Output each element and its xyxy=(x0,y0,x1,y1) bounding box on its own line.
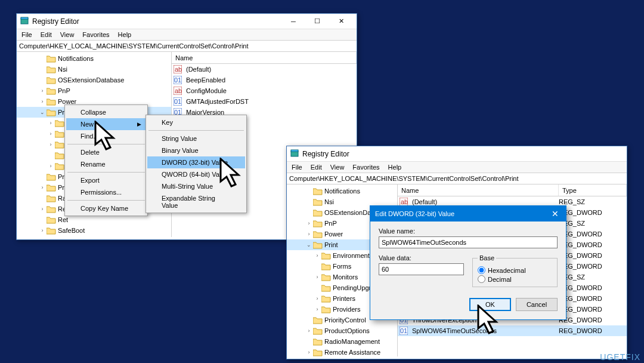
folder-icon xyxy=(47,87,56,95)
folder-icon xyxy=(313,241,323,249)
tree-label: Power xyxy=(324,230,343,238)
menu-item[interactable]: QWORD (64-bit) Value xyxy=(147,168,245,180)
folder-icon xyxy=(47,55,56,63)
value-name: ConfigModule xyxy=(184,87,357,94)
window-title: Registry Editor xyxy=(32,17,281,26)
menu-item-label: Collapse xyxy=(80,109,106,116)
menu-edit[interactable]: Edit xyxy=(311,164,322,171)
value-type: REG_SZ xyxy=(556,198,587,205)
menu-edit[interactable]: Edit xyxy=(41,31,52,38)
tree-node[interactable]: RadioManagement xyxy=(287,336,397,347)
tree-node[interactable]: Notifications xyxy=(17,53,171,64)
tree-node[interactable]: ›Remote Assistance xyxy=(287,347,397,356)
list-row[interactable]: ab(Default) xyxy=(172,64,357,75)
tree-node[interactable]: Nsi xyxy=(17,64,171,75)
menu-item[interactable]: DWORD (32-bit) Value xyxy=(147,156,245,168)
radio-dec-label: Decimal xyxy=(488,276,512,283)
menu-item[interactable]: Find... xyxy=(66,130,146,142)
dialog-title: Edit DWORD (32-bit) Value xyxy=(375,210,454,217)
radio-hex-label: Hexadecimal xyxy=(488,267,526,274)
column-type[interactable]: Type xyxy=(559,184,627,196)
value-data-label: Value data: xyxy=(379,254,464,262)
list-row[interactable]: 011GMTAdjustedForDST xyxy=(172,96,357,107)
value-data-input[interactable] xyxy=(379,263,464,275)
menu-item-label: DWORD (32-bit) Value xyxy=(162,159,228,166)
titlebar[interactable]: Registry Editor ─ ☐ ✕ xyxy=(17,14,357,29)
list-row[interactable]: 011SplWOW64TimeOutSecondsREG_DWORD xyxy=(398,325,627,336)
tree-node[interactable]: ›ProductOptions xyxy=(287,325,397,336)
value-name: (Default) xyxy=(410,198,556,205)
tree-label: Monitors xyxy=(333,273,358,281)
menu-item[interactable]: Collapse xyxy=(66,106,146,118)
menu-item[interactable]: Key xyxy=(147,116,245,128)
menu-item[interactable]: Binary Value xyxy=(147,144,245,156)
value-name: SplWOW64TimeOutSeconds xyxy=(410,327,556,334)
address-bar[interactable]: Computer\HKEY_LOCAL_MACHINE\SYSTEM\Curre… xyxy=(287,173,627,184)
tree-label: PriorityControl xyxy=(324,316,366,324)
tree-label: Nsi xyxy=(324,198,334,205)
svg-text:ab: ab xyxy=(401,198,408,205)
folder-icon xyxy=(313,316,323,324)
tree-label: Remote Assistance xyxy=(324,349,380,356)
menu-item-label: Binary Value xyxy=(162,147,199,154)
context-submenu-new[interactable]: KeyString ValueBinary ValueDWORD (32-bit… xyxy=(145,115,247,213)
value-icon: 011 xyxy=(172,76,184,84)
tree-node[interactable]: Notifications xyxy=(287,186,397,196)
column-name[interactable]: Name xyxy=(172,52,357,63)
tree-node[interactable]: OSExtensionDatabase xyxy=(17,75,171,85)
menu-item-label: Multi-String Value xyxy=(162,183,213,190)
value-icon: 011 xyxy=(398,327,410,335)
minimize-button[interactable]: ─ xyxy=(281,14,305,29)
radio-decimal[interactable] xyxy=(478,275,485,283)
context-menu[interactable]: CollapseNew▶Find...DeleteRenameExportPer… xyxy=(64,104,148,216)
menu-item[interactable]: Multi-String Value xyxy=(147,180,245,192)
menu-item[interactable]: Copy Key Name xyxy=(66,202,146,214)
menu-file[interactable]: File xyxy=(292,164,302,171)
address-bar[interactable]: Computer\HKEY_LOCAL_MACHINE\SYSTEM\Curre… xyxy=(17,41,357,52)
menu-help[interactable]: Help xyxy=(118,31,132,38)
menu-favorites[interactable]: Favorites xyxy=(82,31,109,38)
folder-icon xyxy=(321,273,331,281)
dialog-titlebar[interactable]: Edit DWORD (32-bit) Value ✕ xyxy=(370,206,566,222)
submenu-arrow-icon: ▶ xyxy=(137,121,141,127)
column-name[interactable]: Name xyxy=(398,184,559,196)
close-button[interactable]: ✕ xyxy=(329,14,353,29)
menu-view[interactable]: View xyxy=(60,31,75,38)
menu-item-label: New xyxy=(80,121,94,128)
menu-item-label: Export xyxy=(80,177,100,184)
menu-item-label: Rename xyxy=(80,161,106,168)
menu-item-label: Copy Key Name xyxy=(80,205,128,212)
tree-node[interactable]: ›PnP xyxy=(17,85,171,96)
tree-label: Notifications xyxy=(324,187,360,195)
menu-item[interactable]: Permissions... xyxy=(66,186,146,198)
menu-file[interactable]: File xyxy=(21,31,32,38)
value-name-input[interactable] xyxy=(379,236,558,248)
maximize-button[interactable]: ☐ xyxy=(305,14,329,29)
folder-icon xyxy=(47,98,56,106)
tree-label: Nsi xyxy=(58,66,67,73)
menu-help[interactable]: Help xyxy=(388,164,402,171)
menu-item[interactable]: Expandable String Value xyxy=(147,192,245,211)
radio-hexadecimal[interactable] xyxy=(478,266,485,274)
value-icon: ab xyxy=(398,198,410,206)
menu-item[interactable]: String Value xyxy=(147,133,245,144)
list-row[interactable]: 011BeepEnabled xyxy=(172,75,357,85)
menu-item[interactable]: New▶ xyxy=(66,118,146,130)
list-row[interactable]: abConfigModule xyxy=(172,85,357,96)
menu-favorites[interactable]: Favorites xyxy=(352,164,379,171)
folder-icon xyxy=(55,141,64,149)
menu-item[interactable]: Export xyxy=(66,174,146,186)
menu-item-label: Key xyxy=(162,119,173,126)
dialog-close-button[interactable]: ✕ xyxy=(549,209,561,219)
menu-item[interactable]: Delete xyxy=(66,146,146,158)
menu-view[interactable]: View xyxy=(330,164,345,171)
ok-button[interactable]: OK xyxy=(469,298,511,311)
menu-item[interactable]: Rename xyxy=(66,158,146,170)
tree-node[interactable]: ›SafeBoot xyxy=(17,225,171,236)
cancel-button[interactable]: Cancel xyxy=(516,298,558,311)
folder-icon xyxy=(47,109,56,116)
titlebar[interactable]: Registry Editor xyxy=(287,146,627,162)
tree-label: RadioManagement xyxy=(324,338,380,345)
folder-icon xyxy=(47,184,56,192)
tree-label: Print xyxy=(324,241,338,248)
